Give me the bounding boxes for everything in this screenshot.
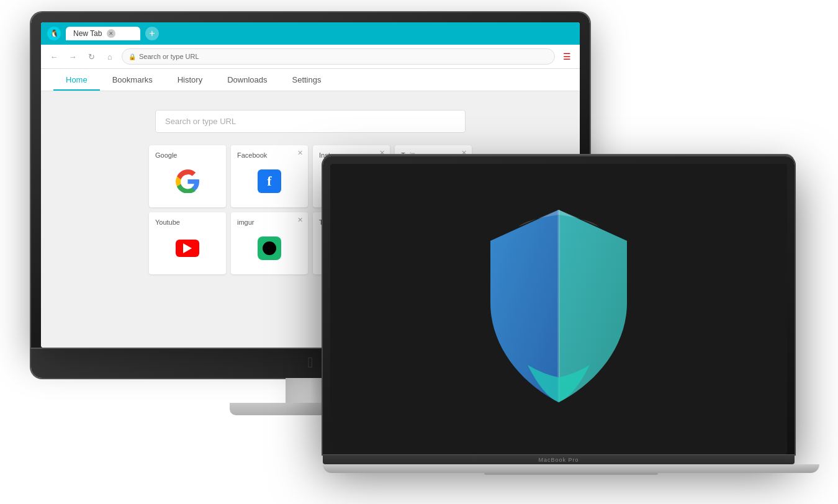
macbook-base xyxy=(323,464,819,473)
shortcut-google[interactable]: Google xyxy=(149,145,226,207)
shortcut-google-icon xyxy=(155,161,220,201)
address-bar[interactable]: 🔒 Search or type URL xyxy=(122,48,555,65)
content-search-placeholder: Search or type URL xyxy=(165,117,236,126)
shortcut-facebook-icon: f xyxy=(237,161,302,201)
home-button[interactable]: ⌂ xyxy=(103,50,117,63)
imgur-inner-circle xyxy=(263,241,276,255)
macbook-label-text: MacBook Pro xyxy=(538,457,579,463)
tab-close-btn[interactable]: ✕ xyxy=(107,29,115,38)
macbook-screen-bezel xyxy=(330,164,787,454)
shortcut-imgur-label: imgur xyxy=(237,218,302,226)
browser-nav: Home Bookmarks History Downloads Setting… xyxy=(41,69,580,91)
new-tab-button[interactable]: + xyxy=(145,27,159,40)
reload-button[interactable]: ↻ xyxy=(84,50,98,63)
youtube-logo xyxy=(176,240,199,257)
macbook-device: MacBook Pro xyxy=(323,156,819,473)
menu-icon[interactable]: ☰ xyxy=(560,50,574,63)
browser-toolbar: ← → ↻ ⌂ 🔒 Search or type URL ☰ xyxy=(41,45,580,69)
shortcut-facebook-close[interactable]: ✕ xyxy=(297,149,303,157)
forward-button[interactable]: → xyxy=(66,50,79,63)
imgur-logo xyxy=(258,236,281,260)
shortcut-youtube-label: Youtube xyxy=(155,218,220,226)
nav-item-history[interactable]: History xyxy=(165,69,215,91)
shortcut-google-label: Google xyxy=(155,151,220,159)
tab-label: New Tab xyxy=(73,29,102,38)
shield-graphic xyxy=(466,204,652,415)
shortcut-imgur-icon xyxy=(237,228,302,268)
shortcut-facebook[interactable]: Facebook ✕ f xyxy=(231,145,308,207)
browser-logo: 🐧 xyxy=(47,27,61,40)
apple-logo-icon:  xyxy=(308,354,313,371)
back-button[interactable]: ← xyxy=(47,50,61,63)
lock-icon: 🔒 xyxy=(128,53,136,60)
content-search-box[interactable]: Search or type URL xyxy=(155,110,466,133)
macbook-screen-outer xyxy=(323,156,795,454)
facebook-logo: f xyxy=(258,169,281,193)
macbook-bottom-bar: MacBook Pro xyxy=(323,454,795,464)
nav-item-home[interactable]: Home xyxy=(53,69,100,91)
shortcut-youtube[interactable]: Youtube xyxy=(149,212,226,274)
address-text: Search or type URL xyxy=(139,53,199,60)
shortcut-imgur[interactable]: imgur ✕ xyxy=(231,212,308,274)
shortcut-youtube-icon xyxy=(155,228,220,268)
browser-titlebar: 🐧 New Tab ✕ + xyxy=(41,22,580,45)
macbook: MacBook Pro xyxy=(323,156,819,473)
youtube-play-triangle xyxy=(183,243,192,253)
scene: 🐧 New Tab ✕ + ← → ↻ ⌂ xyxy=(0,0,838,504)
shortcut-imgur-close[interactable]: ✕ xyxy=(297,216,303,224)
browser-tab[interactable]: New Tab ✕ xyxy=(66,27,140,40)
nav-item-downloads[interactable]: Downloads xyxy=(215,69,279,91)
nav-item-bookmarks[interactable]: Bookmarks xyxy=(100,69,165,91)
shortcut-facebook-label: Facebook xyxy=(237,151,302,159)
nav-item-settings[interactable]: Settings xyxy=(280,69,334,91)
